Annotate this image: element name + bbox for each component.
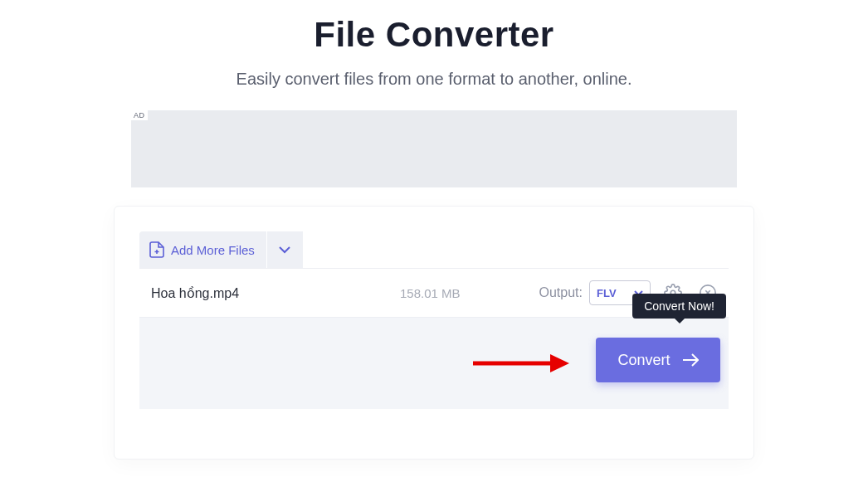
add-more-dropdown-button[interactable]	[266, 231, 303, 268]
arrow-right-icon	[682, 353, 699, 367]
annotation-arrow-icon	[471, 351, 571, 376]
file-plus-icon	[149, 241, 164, 258]
convert-button-label: Convert	[617, 352, 670, 369]
add-more-files-button[interactable]: Add More Files	[139, 231, 266, 268]
output-format-value: FLV	[597, 287, 617, 299]
convert-button[interactable]: Convert	[596, 338, 720, 382]
toolbar: Add More Files	[139, 231, 729, 268]
page-subtitle: Easily convert files from one format to …	[17, 70, 851, 89]
file-name: Hoa hồng.mp4	[151, 285, 400, 301]
converter-card: Add More Files Hoa hồng.mp4 158.01 MB Ou…	[114, 206, 754, 460]
page-title: File Converter	[17, 15, 851, 55]
svg-marker-3	[550, 354, 569, 372]
output-label: Output:	[539, 285, 583, 300]
ad-banner: AD	[131, 110, 737, 187]
chevron-down-icon	[279, 246, 290, 254]
convert-area: Convert Now! Convert	[139, 318, 729, 409]
file-size: 158.01 MB	[400, 286, 508, 300]
ad-label: AD	[131, 110, 148, 120]
convert-tooltip: Convert Now!	[632, 294, 726, 319]
add-more-label: Add More Files	[171, 243, 255, 257]
